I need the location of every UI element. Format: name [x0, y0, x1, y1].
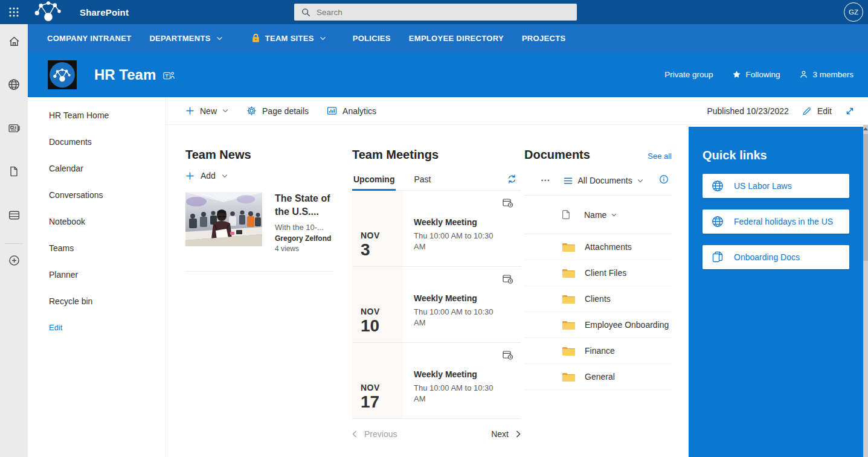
meeting-body: Weekly Meeting Thu 10:00 AM to 10:30 AM: [403, 191, 506, 266]
sharepoint-network-logo-icon[interactable]: [34, 0, 63, 24]
folder-row[interactable]: Finance: [524, 338, 672, 364]
quick-link-label: Onboarding Docs: [734, 252, 800, 262]
hubnav-company-intranet[interactable]: COMPANY INTRANET: [47, 34, 131, 43]
scrollbar-thumb[interactable]: [863, 134, 868, 261]
document-icon[interactable]: [0, 158, 28, 185]
name-column-header[interactable]: Name: [584, 210, 617, 220]
meeting-title[interactable]: Weekly Meeting: [414, 217, 506, 227]
privacy-label: Private group: [664, 70, 713, 79]
site-header-meta: Private group Following 3 members: [664, 70, 854, 79]
site-logo[interactable]: [48, 60, 77, 89]
search-box[interactable]: [294, 4, 577, 21]
more-options-icon[interactable]: •••: [541, 177, 550, 184]
meeting-title[interactable]: Weekly Meeting: [414, 369, 506, 379]
refresh-icon[interactable]: [507, 174, 517, 187]
hubnav-policies[interactable]: POLICIES: [353, 34, 391, 43]
hubnav-label: DEPARTMENTS: [149, 34, 210, 43]
folder-row[interactable]: Client Files: [524, 260, 672, 286]
meeting-row[interactable]: NOV 3 Weekly Meeting Thu 10:00 AM to 10:…: [352, 191, 521, 267]
tab-past[interactable]: Past: [413, 170, 432, 190]
folder-row[interactable]: Employee Onboarding: [524, 312, 672, 338]
news-article-card[interactable]: The State of the U.S.... With the 10-...…: [185, 192, 333, 253]
published-status: Published 10/23/2022: [707, 106, 788, 116]
following-button[interactable]: Following: [732, 70, 780, 79]
meeting-month: NOV: [361, 383, 403, 392]
site-header: HR Team Private group Following 3 member…: [28, 52, 868, 97]
user-avatar[interactable]: GZ: [844, 2, 863, 22]
globe-icon: [711, 179, 724, 193]
quick-link-onboarding-docs[interactable]: Onboarding Docs: [702, 245, 849, 269]
hubnav-departments[interactable]: DEPARTMENTS: [149, 34, 222, 43]
news-icon[interactable]: [0, 114, 28, 142]
see-all-link[interactable]: See all: [648, 152, 672, 161]
chevron-right-icon: [516, 430, 521, 438]
add-to-calendar-icon[interactable]: [503, 198, 513, 210]
folder-name: Finance: [585, 346, 615, 356]
sidebar-item-planner[interactable]: Planner: [28, 261, 166, 288]
hubnav-team-sites[interactable]: TEAM SITES: [252, 33, 326, 43]
view-selector[interactable]: All Documents: [564, 176, 643, 185]
following-text: Following: [745, 70, 780, 79]
meeting-row[interactable]: NOV 10 Weekly Meeting Thu 10:00 AM to 10…: [352, 267, 521, 343]
bar-chart-icon: [327, 106, 337, 116]
add-to-calendar-icon[interactable]: [503, 350, 513, 362]
edit-page-button[interactable]: Edit: [802, 106, 832, 116]
quick-link-label: US Labor Laws: [734, 181, 792, 191]
globe-icon[interactable]: [0, 71, 28, 98]
meeting-day: 3: [361, 240, 403, 260]
folder-row[interactable]: Clients: [524, 286, 672, 312]
members-button[interactable]: 3 members: [799, 70, 854, 79]
meeting-month: NOV: [361, 231, 403, 240]
chevron-left-icon: [352, 430, 357, 438]
page-scrollbar[interactable]: [863, 125, 868, 457]
page-command-bar: New Page details Analytics Published 10/…: [166, 97, 868, 125]
info-icon[interactable]: [659, 174, 669, 187]
folder-row[interactable]: General: [524, 364, 672, 390]
sidebar-item-notebook[interactable]: Notebook: [28, 208, 166, 235]
quick-link-us-labor-laws[interactable]: US Labor Laws: [702, 174, 849, 198]
news-article-text: The State of the U.S.... With the 10-...…: [275, 192, 333, 253]
view-selector-label: All Documents: [577, 176, 632, 185]
expand-icon[interactable]: [845, 106, 855, 116]
news-article-title[interactable]: The State of the U.S....: [275, 192, 333, 219]
meeting-row[interactable]: NOV 17 Weekly Meeting Thu 10:00 AM to 10…: [352, 343, 521, 419]
file-icon: [562, 209, 571, 220]
sidebar-item-documents[interactable]: Documents: [28, 129, 166, 155]
page-details-button[interactable]: Page details: [246, 106, 309, 116]
hubnav-employee-directory[interactable]: EMPLOYEE DIRECTORY: [409, 34, 504, 43]
nav-edit-link[interactable]: Edit: [28, 315, 166, 341]
add-to-calendar-icon[interactable]: [503, 274, 513, 286]
site-logo-network-icon: [50, 62, 75, 88]
add-news-button[interactable]: Add: [185, 171, 333, 181]
sidebar-item-hr-team-home[interactable]: HR Team Home: [28, 102, 166, 129]
person-icon: [799, 70, 808, 79]
avatar-initials: GZ: [849, 8, 858, 16]
app-name: SharePoint: [80, 7, 129, 18]
next-label: Next: [491, 429, 509, 439]
folder-row[interactable]: Attachments: [524, 234, 672, 260]
news-article-excerpt: With the 10-...: [275, 223, 333, 232]
scroll-up-arrow-icon[interactable]: [863, 127, 868, 130]
database-icon[interactable]: [0, 201, 28, 229]
analytics-button[interactable]: Analytics: [327, 106, 376, 116]
microsoft-teams-icon[interactable]: [163, 71, 175, 83]
add-circle-icon[interactable]: [0, 246, 28, 274]
search-input[interactable]: [317, 8, 546, 17]
documents-header: Documents See all: [524, 148, 672, 162]
sidebar-item-conversations[interactable]: Conversations: [28, 182, 166, 208]
hubnav-projects[interactable]: PROJECTS: [522, 34, 565, 43]
meeting-date: NOV 10: [352, 267, 403, 342]
previous-button[interactable]: Previous: [352, 429, 397, 439]
sidebar-item-teams[interactable]: Teams: [28, 235, 166, 261]
tab-upcoming[interactable]: Upcoming: [352, 170, 396, 190]
sidebar-item-calendar[interactable]: Calendar: [28, 155, 166, 182]
new-button[interactable]: New: [185, 106, 228, 116]
next-button[interactable]: Next: [491, 429, 521, 439]
sidebar-item-recycle-bin[interactable]: Recycle bin: [28, 288, 166, 315]
quick-link-federal-holidays[interactable]: Federal holidays in the US: [702, 209, 849, 234]
hubnav-label: TEAM SITES: [265, 34, 314, 43]
plus-icon: [185, 106, 194, 115]
app-launcher-waffle-icon[interactable]: [0, 0, 28, 24]
meeting-title[interactable]: Weekly Meeting: [414, 293, 506, 303]
home-icon[interactable]: [0, 27, 28, 55]
